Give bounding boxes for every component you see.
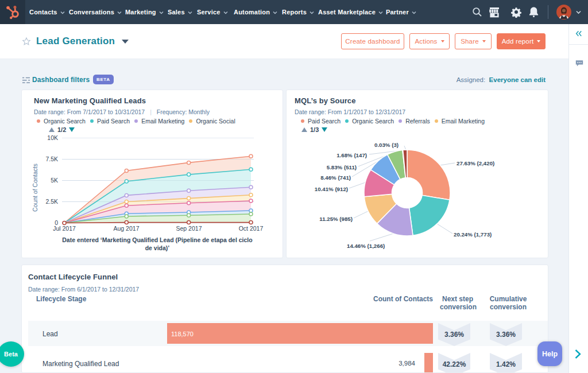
- svg-text:Jul 2017: Jul 2017: [53, 225, 76, 232]
- svg-text:2.5K: 2.5K: [45, 198, 58, 205]
- svg-text:8.46% (741): 8.46% (741): [320, 174, 351, 181]
- svg-text:5K: 5K: [51, 177, 58, 184]
- svg-text:10.41% (912): 10.41% (912): [315, 186, 348, 192]
- svg-text:0.03% (3): 0.03% (3): [374, 142, 399, 148]
- svg-text:5.83% (511): 5.83% (511): [327, 164, 357, 170]
- svg-text:27.63% (2,420): 27.63% (2,420): [457, 160, 494, 166]
- svg-text:1.68% (147): 1.68% (147): [336, 152, 367, 158]
- svg-text:11.25% (985): 11.25% (985): [319, 216, 353, 222]
- svg-text:14.46% (1,266): 14.46% (1,266): [347, 243, 385, 249]
- svg-text:Count of Contacts: Count of Contacts: [32, 164, 38, 212]
- svg-text:Oct 2017: Oct 2017: [239, 225, 264, 232]
- svg-text:Aug 2017: Aug 2017: [114, 225, 140, 232]
- svg-text:Sep 2017: Sep 2017: [176, 225, 202, 232]
- svg-text:7.5K: 7.5K: [45, 156, 58, 162]
- svg-text:10K: 10K: [47, 134, 58, 141]
- svg-text:20.24% (1,773): 20.24% (1,773): [454, 231, 492, 238]
